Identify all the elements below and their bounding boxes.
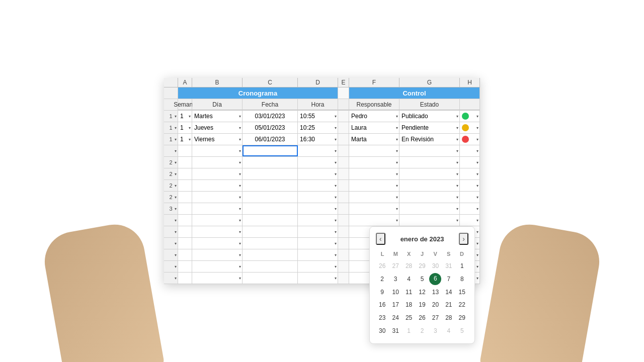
row-dropdown-1[interactable]: ▾ xyxy=(175,114,177,119)
estado-dropdown-w2-1[interactable]: ▾ xyxy=(456,160,458,165)
estado-dropdown-w2-3[interactable]: ▾ xyxy=(456,184,458,188)
cal-day-10[interactable]: 10 xyxy=(389,286,401,299)
fecha-2[interactable]: 05/01/2023 xyxy=(243,122,298,133)
cal-day-6-selected[interactable]: 6 xyxy=(429,273,441,285)
cal-day-5-next[interactable]: 5 xyxy=(456,325,468,337)
estado-dropdown-1[interactable]: ▾ xyxy=(456,114,458,119)
cal-day-17[interactable]: 17 xyxy=(389,299,401,311)
fecha-3[interactable]: 06/01/2023 xyxy=(243,134,298,145)
dia-5[interactable]: ▾ xyxy=(192,215,243,226)
cal-day-31-prev[interactable]: 31 xyxy=(442,260,455,273)
row-dropdown-8[interactable]: ▾ xyxy=(175,253,177,257)
dia-dropdown-7[interactable]: ▾ xyxy=(239,241,241,246)
cal-day-4[interactable]: 4 xyxy=(403,273,415,286)
cal-day-3[interactable]: 3 xyxy=(389,273,401,286)
dia-dropdown-6[interactable]: ▾ xyxy=(239,230,241,234)
cal-day-13[interactable]: 13 xyxy=(429,286,442,299)
dia-dropdown-w3-1[interactable]: ▾ xyxy=(239,207,241,211)
hora-dropdown-3[interactable]: ▾ xyxy=(335,137,337,142)
dia-w2-4[interactable]: ▾ xyxy=(192,192,243,203)
cal-day-27-prev[interactable]: 27 xyxy=(389,260,401,273)
dot-dropdown-w2-1[interactable]: ▾ xyxy=(476,160,478,165)
dot-dropdown-5[interactable]: ▾ xyxy=(476,218,478,223)
cal-day-2[interactable]: 2 xyxy=(376,273,388,286)
estado-dropdown-w3-1[interactable]: ▾ xyxy=(456,207,458,211)
row-dropdown-w2-2[interactable]: ▾ xyxy=(175,172,177,176)
cal-day-12[interactable]: 12 xyxy=(416,286,428,299)
cal-day-23[interactable]: 23 xyxy=(376,312,388,324)
dot-dropdown-9[interactable]: ▾ xyxy=(476,264,478,269)
fecha-5[interactable] xyxy=(243,215,298,226)
row-dropdown-3[interactable]: ▾ xyxy=(175,137,177,142)
dot-dropdown-10[interactable]: ▾ xyxy=(476,276,478,281)
dia-8[interactable]: ▾ xyxy=(192,249,243,260)
dia-dropdown-1[interactable]: ▾ xyxy=(239,114,241,119)
cal-day-7[interactable]: 7 xyxy=(442,273,455,286)
row-dropdown-w2-4[interactable]: ▾ xyxy=(175,195,177,200)
resp-dropdown-w2-4[interactable]: ▾ xyxy=(396,195,398,200)
date-picker-popup[interactable]: ‹ enero de 2023 › L M X J V S D 26 27 28… xyxy=(369,226,475,344)
dot-dropdown-2[interactable]: ▾ xyxy=(476,126,478,130)
cal-day-29[interactable]: 29 xyxy=(456,312,468,324)
fecha-1[interactable]: 03/01/2023 xyxy=(243,111,298,122)
cal-day-11[interactable]: 11 xyxy=(403,286,415,299)
cal-day-3-next[interactable]: 3 xyxy=(429,325,442,337)
row-dropdown-6[interactable]: ▾ xyxy=(175,230,177,234)
dia-1[interactable]: Martes▾ xyxy=(192,111,243,122)
cal-day-18[interactable]: 18 xyxy=(403,299,415,311)
cal-day-4-next[interactable]: 4 xyxy=(442,325,455,337)
responsable-3[interactable]: Marta▾ xyxy=(349,134,399,145)
responsable-1[interactable]: Pedro▾ xyxy=(349,111,399,122)
fecha-4-selected[interactable] xyxy=(243,145,298,156)
cal-day-20[interactable]: 20 xyxy=(429,299,442,311)
dia-dropdown-3[interactable]: ▾ xyxy=(239,137,241,142)
dia-10[interactable]: ▾ xyxy=(192,273,243,284)
cal-day-30-prev[interactable]: 30 xyxy=(429,260,442,273)
dia-dropdown-w2-2[interactable]: ▾ xyxy=(239,172,241,176)
cal-day-29-prev[interactable]: 29 xyxy=(416,260,428,273)
hora-dropdown-w2-2[interactable]: ▾ xyxy=(335,172,337,176)
hora-dropdown-1[interactable]: ▾ xyxy=(335,114,337,119)
dia-w2-1[interactable]: ▾ xyxy=(192,157,243,168)
dot-dropdown-3[interactable]: ▾ xyxy=(476,137,478,142)
cal-day-30[interactable]: 30 xyxy=(376,325,388,337)
fecha-w2-1[interactable] xyxy=(243,157,298,168)
dia-dropdown-5[interactable]: ▾ xyxy=(239,218,241,223)
fecha-w3-1[interactable] xyxy=(243,203,298,214)
hora-dropdown-7[interactable]: ▾ xyxy=(335,241,337,246)
hora-dropdown-9[interactable]: ▾ xyxy=(335,264,337,269)
dot-dropdown-6[interactable]: ▾ xyxy=(476,230,478,234)
cal-day-15[interactable]: 15 xyxy=(456,286,468,299)
calendar-prev-button[interactable]: ‹ xyxy=(376,233,385,245)
responsable-2[interactable]: Laura▾ xyxy=(349,122,399,133)
fecha-w2-2[interactable] xyxy=(243,168,298,179)
hora-dropdown-w2-4[interactable]: ▾ xyxy=(335,195,337,200)
resp-dropdown-5[interactable]: ▾ xyxy=(396,218,398,223)
row-dropdown-w2-3[interactable]: ▾ xyxy=(175,184,177,188)
resp-dropdown-w3-1[interactable]: ▾ xyxy=(396,207,398,211)
fecha-9[interactable] xyxy=(243,261,298,272)
semana-dropdown-2[interactable]: ▾ xyxy=(189,126,191,130)
hora-dropdown-w3-1[interactable]: ▾ xyxy=(335,207,337,211)
dot-dropdown-w2-3[interactable]: ▾ xyxy=(476,184,478,188)
estado-dropdown-5[interactable]: ▾ xyxy=(456,218,458,223)
cal-day-2-next[interactable]: 2 xyxy=(416,325,428,337)
row-dropdown-5[interactable]: ▾ xyxy=(175,218,177,223)
fecha-6[interactable] xyxy=(243,226,298,237)
dia-2[interactable]: Jueves▾ xyxy=(192,122,243,133)
fecha-w2-4[interactable] xyxy=(243,192,298,203)
hora-2[interactable]: 10:25▾ xyxy=(298,122,338,133)
cal-day-19[interactable]: 19 xyxy=(416,299,428,311)
dia-3[interactable]: Viernes▾ xyxy=(192,134,243,145)
cal-day-1[interactable]: 1 xyxy=(456,260,468,273)
estado-1[interactable]: Publicado▾ xyxy=(399,111,460,122)
resp-dropdown-2[interactable]: ▾ xyxy=(396,126,398,130)
row-dropdown-2[interactable]: ▾ xyxy=(175,126,177,130)
dia-w2-2[interactable]: ▾ xyxy=(192,168,243,179)
dia-dropdown-4[interactable]: ▾ xyxy=(239,149,241,153)
estado-dropdown-2[interactable]: ▾ xyxy=(456,126,458,130)
dia-dropdown-w2-1[interactable]: ▾ xyxy=(239,160,241,165)
cal-day-27[interactable]: 27 xyxy=(429,312,442,324)
dia-w2-3[interactable]: ▾ xyxy=(192,180,243,191)
cal-day-31[interactable]: 31 xyxy=(389,325,401,337)
